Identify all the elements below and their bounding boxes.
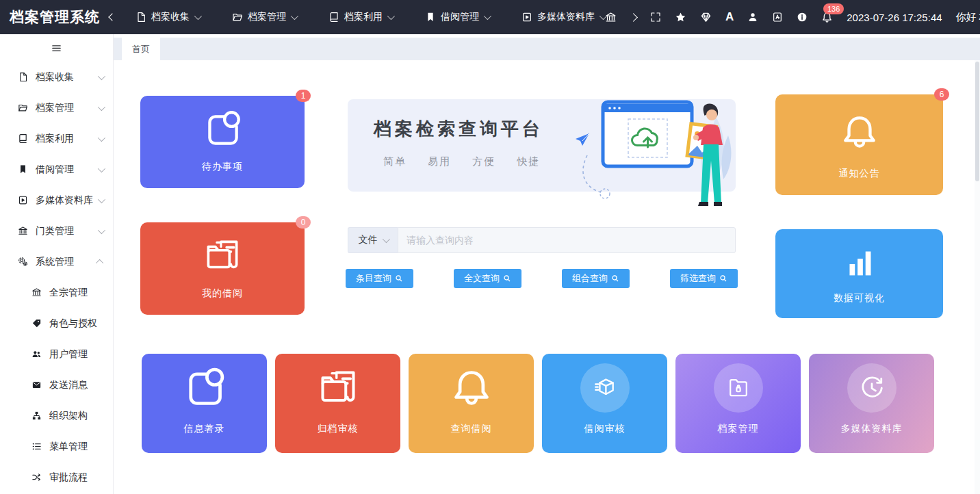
book-icon <box>328 12 339 23</box>
clipboard-circle-icon <box>140 107 305 152</box>
search-icon <box>611 274 619 283</box>
navbar-right-tools: A 136 2023-07-26 17:25:44 你好 杨标 <box>605 10 980 24</box>
top-menu-item-collect[interactable]: 档案收集 <box>136 11 200 23</box>
clock-history-icon <box>809 363 934 413</box>
sidebar-item-label: 全宗管理 <box>49 287 88 299</box>
shortcut-borrow-review[interactable]: 借阅审核 <box>542 354 667 453</box>
my-borrow-badge: 0 <box>296 216 311 229</box>
sidebar-item-media[interactable]: 多媒体资料库 <box>0 185 113 216</box>
tab-bar: 首页 <box>113 34 980 60</box>
chevron-down-icon <box>98 164 105 172</box>
banner-illustration <box>562 98 734 216</box>
folder-open-icon <box>232 12 243 23</box>
folder-lock-icon <box>675 363 801 413</box>
sidebar-item-use[interactable]: 档案利用 <box>0 123 113 154</box>
sidebar-item-collect[interactable]: 档案收集 <box>0 62 113 92</box>
chevron-down-icon <box>291 12 298 20</box>
shortcut-label: 多媒体资料库 <box>809 423 934 435</box>
fulltext-query-button[interactable]: 全文查询 <box>454 269 521 288</box>
star-icon[interactable] <box>675 12 686 23</box>
todo-card-label: 待办事项 <box>140 161 305 173</box>
search-input[interactable] <box>398 227 736 253</box>
shortcut-archive-manage[interactable]: 档案管理 <box>675 354 801 453</box>
shortcut-label: 信息著录 <box>142 423 267 435</box>
sidebar-subitem-org[interactable]: 组织架构 <box>0 400 113 431</box>
folder-document-icon <box>275 363 400 413</box>
top-menu-label: 档案利用 <box>344 11 383 23</box>
media-icon <box>521 12 532 23</box>
info-icon[interactable] <box>797 12 808 23</box>
sidebar-item-system[interactable]: 系统管理 <box>0 246 113 277</box>
search-category-value: 文件 <box>359 234 378 246</box>
search-icon <box>395 274 403 283</box>
tab-home[interactable]: 首页 <box>122 38 160 60</box>
combo-query-button[interactable]: 组合查询 <box>562 269 630 288</box>
folder-document-icon <box>140 233 305 278</box>
cube-icon <box>542 363 667 413</box>
fullscreen-icon[interactable] <box>650 12 661 23</box>
shortcut-multimedia-library[interactable]: 多媒体资料库 <box>809 354 934 453</box>
notice-card[interactable]: 6 通知公告 <box>775 94 943 195</box>
scrollbar-thumb[interactable] <box>975 62 979 181</box>
chevron-right-icon[interactable] <box>630 14 636 21</box>
font-size-icon[interactable]: A <box>725 10 734 24</box>
sidebar-subitem-message[interactable]: 发送消息 <box>0 369 113 400</box>
top-menu-item-use[interactable]: 档案利用 <box>328 11 393 23</box>
top-menu-item-manage[interactable]: 档案管理 <box>232 11 296 23</box>
shortcut-info-entry[interactable]: 信息著录 <box>142 354 267 453</box>
top-menu-label: 档案收集 <box>151 11 190 23</box>
sidebar-subitem-menu[interactable]: 菜单管理 <box>0 431 113 462</box>
sidebar-subitem-roles[interactable]: 角色与授权 <box>0 308 113 339</box>
todo-badge: 1 <box>296 90 311 102</box>
top-menu-item-media[interactable]: 多媒体资料库 <box>521 11 605 23</box>
filter-query-button[interactable]: 筛选查询 <box>670 269 738 288</box>
tag-icon <box>30 318 42 328</box>
list-icon <box>30 441 42 452</box>
sidebar-item-label: 门类管理 <box>36 225 74 237</box>
gem-icon[interactable] <box>700 12 712 23</box>
banner-feature: 快捷 <box>517 155 541 167</box>
sidebar-subitem-users[interactable]: 用户管理 <box>0 339 113 369</box>
gears-icon <box>16 257 29 267</box>
search-category-select[interactable]: 文件 <box>348 227 398 253</box>
sidebar-item-label: 档案利用 <box>36 133 74 145</box>
entry-query-button[interactable]: 条目查询 <box>346 269 413 288</box>
sidebar-item-label: 用户管理 <box>49 348 88 361</box>
book-icon <box>16 133 29 144</box>
data-viz-card[interactable]: 数据可视化 <box>775 229 943 318</box>
top-navbar: 档案管理系统 档案收集 档案管理 档案利用 借阅管理 <box>0 0 980 34</box>
shortcut-query-borrow[interactable]: 查询借阅 <box>409 354 534 453</box>
shortcut-archive-review[interactable]: 归档审核 <box>275 354 400 453</box>
sidebar-item-manage[interactable]: 档案管理 <box>0 92 113 123</box>
bank-icon[interactable] <box>605 12 617 23</box>
notification-bell-icon[interactable]: 136 <box>821 12 833 23</box>
sidebar-item-borrow[interactable]: 借阅管理 <box>0 154 113 185</box>
sidebar-item-label: 借阅管理 <box>36 164 74 176</box>
user-icon[interactable] <box>747 12 758 23</box>
collapse-sidebar-icon[interactable] <box>109 14 115 20</box>
search-icon <box>503 274 511 283</box>
banner-feature: 易用 <box>428 155 451 167</box>
sidebar: 档案收集 档案管理 档案利用 借阅管理 多媒体资料库 门类管理 系统管理 <box>0 34 114 494</box>
bell-icon <box>409 363 534 413</box>
translate-icon[interactable] <box>772 12 783 23</box>
my-borrow-card[interactable]: 0 我的借阅 <box>140 222 305 315</box>
button-label: 全文查询 <box>464 272 500 285</box>
sidebar-item-category[interactable]: 门类管理 <box>0 216 113 246</box>
chevron-down-icon <box>194 12 202 20</box>
sidebar-subitem-fonds[interactable]: 全宗管理 <box>0 277 113 308</box>
bookmark-icon <box>16 164 29 174</box>
notice-card-label: 通知公告 <box>775 168 943 180</box>
sidebar-subitem-workflow[interactable]: 审批流程 <box>0 462 113 493</box>
user-greeting: 你好 杨标 <box>956 11 980 24</box>
top-menu-item-borrow[interactable]: 借阅管理 <box>425 11 489 23</box>
sidebar-item-label: 审批流程 <box>49 471 88 484</box>
hamburger-menu-icon[interactable] <box>0 34 113 62</box>
bank-icon <box>16 226 29 236</box>
sitemap-icon <box>30 411 42 421</box>
folder-open-icon <box>16 103 29 113</box>
todo-card[interactable]: 1 待办事项 <box>140 96 305 188</box>
bookmark-icon <box>425 12 436 23</box>
search-bar: 文件 <box>348 227 736 253</box>
document-icon <box>16 72 29 82</box>
